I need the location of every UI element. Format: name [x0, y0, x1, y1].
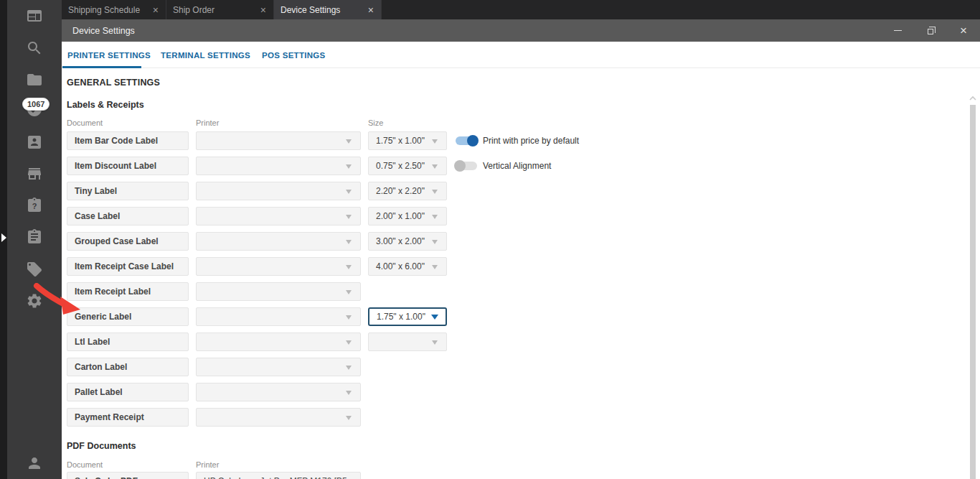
- clipboard-question-icon[interactable]: ?: [26, 197, 43, 214]
- tab-label: Shipping Schedule: [68, 5, 140, 15]
- chevron-down-icon: [346, 315, 352, 320]
- printer-dropdown[interactable]: [196, 182, 361, 200]
- document-name-field[interactable]: Item Bar Code Label: [67, 131, 189, 150]
- tab-pos-settings[interactable]: POS SETTINGS: [262, 42, 326, 68]
- close-button[interactable]: ×: [947, 19, 980, 42]
- printer-dropdown[interactable]: [196, 207, 361, 225]
- close-icon[interactable]: ×: [153, 5, 159, 15]
- close-icon[interactable]: ×: [260, 5, 266, 15]
- window-title-bar: Device Settings ×: [62, 19, 980, 42]
- chevron-down-icon: [346, 190, 352, 194]
- notification-count-badge: 1067: [22, 98, 50, 111]
- scrollbar-up-arrow[interactable]: [969, 92, 977, 99]
- column-header-size: Size: [368, 118, 383, 127]
- printer-dropdown[interactable]: [196, 408, 361, 427]
- printer-dropdown[interactable]: [196, 232, 361, 251]
- section-heading-pdf-documents: PDF Documents: [67, 441, 136, 451]
- label-receipt-row: Pallet Label: [62, 383, 980, 401]
- label-receipt-row: Ltl Label: [62, 332, 980, 351]
- label-receipt-row: Generic Label1.75" x 1.00": [62, 307, 980, 326]
- printer-dropdown[interactable]: [196, 307, 361, 326]
- chevron-down-icon: [346, 416, 352, 420]
- printer-dropdown[interactable]: [196, 157, 361, 175]
- document-name-field[interactable]: Carton Label: [67, 358, 189, 376]
- scrollbar-thumb[interactable]: [970, 105, 976, 479]
- chevron-down-icon: [346, 340, 352, 345]
- size-dropdown[interactable]: 0.75" x 2.50": [368, 157, 447, 175]
- column-header-document: Document: [67, 118, 103, 127]
- toggle-on[interactable]: [456, 136, 477, 145]
- device-settings-panel: PRINTER SETTINGS TERMINAL SETTINGS POS S…: [62, 42, 980, 479]
- printer-dropdown[interactable]: [196, 332, 361, 351]
- window-title: Device Settings: [62, 26, 881, 36]
- sidebar: ?: [7, 0, 62, 479]
- tab-shipping-schedule[interactable]: Shipping Schedule ×: [62, 0, 166, 19]
- tab-device-settings[interactable]: Device Settings ×: [274, 0, 382, 19]
- document-name-field[interactable]: Case Label: [67, 207, 189, 225]
- printer-dropdown[interactable]: [196, 383, 361, 401]
- chevron-down-icon: [346, 366, 352, 370]
- toggle-knob: [467, 135, 479, 147]
- pdf-document-row: Sale Order PDF HP ColorLaserJet Pro MFP …: [62, 472, 980, 479]
- toggle-label: Vertical Alignment: [483, 157, 551, 175]
- search-icon[interactable]: [26, 39, 43, 57]
- dashboard-icon[interactable]: [26, 7, 43, 24]
- sidebar-expand-arrow-icon[interactable]: [1, 233, 6, 242]
- size-dropdown[interactable]: 4.00" x 6.00": [368, 257, 447, 276]
- size-dropdown[interactable]: 2.00" x 1.00": [368, 207, 447, 225]
- chevron-down-icon: [346, 265, 352, 269]
- printer-dropdown[interactable]: [196, 358, 361, 376]
- size-dropdown[interactable]: [368, 332, 447, 351]
- document-name-field[interactable]: Item Discount Label: [67, 157, 189, 175]
- size-dropdown[interactable]: 1.75" x 1.00": [368, 131, 447, 150]
- active-tab-underline: [62, 66, 141, 68]
- restore-icon: [928, 29, 933, 34]
- minimize-button[interactable]: [881, 19, 914, 42]
- document-name-field[interactable]: Ltl Label: [67, 332, 189, 351]
- store-icon[interactable]: [26, 165, 43, 182]
- chevron-down-icon: [346, 164, 352, 169]
- document-name-field[interactable]: Generic Label: [67, 307, 189, 326]
- size-dropdown[interactable]: 2.20" x 2.20": [368, 182, 447, 200]
- label-receipt-row: Item Bar Code Label1.75" x 1.00"Print wi…: [62, 131, 980, 150]
- tab-label: Device Settings: [281, 5, 340, 15]
- tab-printer-settings[interactable]: PRINTER SETTINGS: [67, 42, 151, 68]
- minimize-icon: [894, 30, 902, 31]
- document-name-field[interactable]: Item Receipt Case Label: [67, 257, 189, 276]
- document-name-field[interactable]: Tiny Label: [67, 182, 189, 200]
- printer-dropdown[interactable]: [196, 282, 361, 301]
- user-icon[interactable]: [26, 455, 43, 472]
- document-name-field[interactable]: Pallet Label: [67, 383, 189, 401]
- tab-terminal-settings[interactable]: TERMINAL SETTINGS: [161, 42, 250, 68]
- contact-icon[interactable]: [26, 134, 43, 151]
- settings-gear-icon[interactable]: [26, 292, 43, 310]
- printer-dropdown[interactable]: HP ColorLaserJet Pro MFP M176 [B5: [196, 472, 361, 479]
- restore-button[interactable]: [914, 19, 947, 42]
- document-name-field[interactable]: Grouped Case Label: [67, 232, 189, 251]
- tab-ship-order[interactable]: Ship Order ×: [166, 0, 274, 19]
- printer-dropdown[interactable]: [196, 131, 361, 150]
- app-tab-bar: Shipping Schedule × Ship Order × Device …: [62, 0, 980, 19]
- chevron-down-icon: [432, 190, 438, 194]
- chevron-down-icon: [432, 139, 438, 144]
- document-name-field[interactable]: Item Receipt Label: [67, 282, 189, 301]
- tag-icon[interactable]: [26, 261, 43, 278]
- document-name-field[interactable]: Sale Order PDF: [67, 472, 189, 479]
- toggle-off[interactable]: [456, 162, 477, 170]
- document-name-field[interactable]: Payment Receipt: [67, 408, 189, 427]
- label-receipt-row: Grouped Case Label3.00" x 2.00": [62, 232, 980, 251]
- toggle-label: Print with price by default: [483, 131, 579, 150]
- size-dropdown[interactable]: 3.00" x 2.00": [368, 232, 447, 251]
- left-rail: [0, 0, 7, 479]
- printer-dropdown[interactable]: [196, 257, 361, 276]
- label-receipt-row: Item Receipt Case Label4.00" x 6.00": [62, 257, 980, 276]
- column-header-printer: Printer: [196, 118, 219, 127]
- clipboard-list-icon[interactable]: [26, 228, 43, 246]
- close-icon[interactable]: ×: [368, 5, 374, 15]
- section-heading-general: GENERAL SETTINGS: [67, 78, 160, 88]
- size-dropdown[interactable]: 1.75" x 1.00": [368, 307, 447, 326]
- chevron-down-icon: [432, 340, 438, 345]
- svg-text:?: ?: [32, 202, 37, 210]
- folder-icon[interactable]: [26, 71, 43, 88]
- label-receipt-row: Case Label2.00" x 1.00": [62, 207, 980, 225]
